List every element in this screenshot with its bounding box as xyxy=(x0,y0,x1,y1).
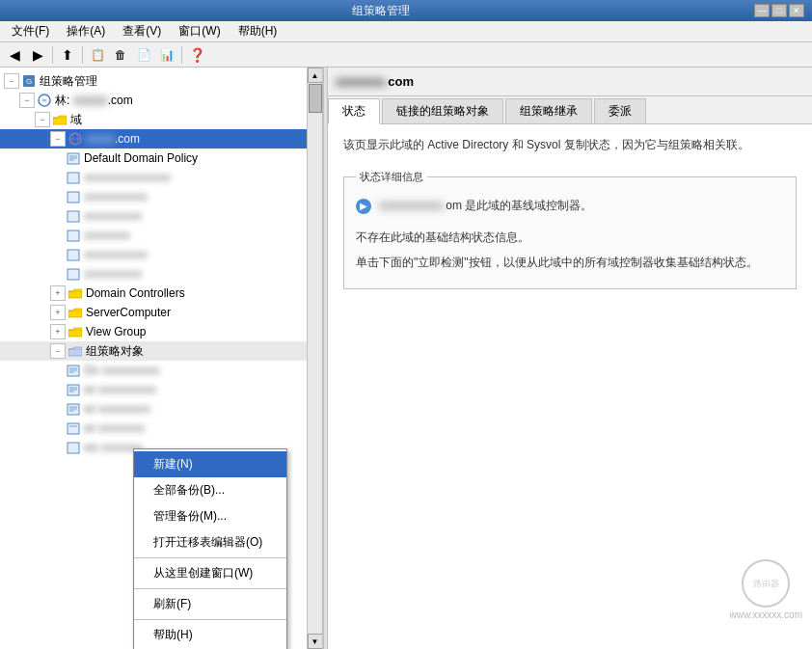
context-menu-item-help[interactable]: 帮助(H) xyxy=(134,622,286,648)
gpo-expander[interactable]: − xyxy=(50,343,66,359)
tree-forest[interactable]: − 林: xxxxxx.com xyxy=(0,91,322,110)
vg-expander[interactable]: + xyxy=(50,324,66,339)
context-menu-item-new-window[interactable]: 从这里创建窗口(W) xyxy=(134,560,286,586)
status-details-section: 状态详细信息 ▶ xxxxxxxxxxx.om 是此域的基线域控制器。 不存在此… xyxy=(343,170,797,289)
tree-server-computer[interactable]: + ServerComputer xyxy=(0,303,322,322)
svg-rect-30 xyxy=(68,443,79,453)
tree-domain-controllers[interactable]: + Domain Controllers xyxy=(0,284,322,303)
help-button[interactable]: ❓ xyxy=(186,45,207,65)
svg-rect-10 xyxy=(68,173,79,183)
b1-icon xyxy=(66,170,81,185)
tree-default-policy[interactable]: Default Domain Policy xyxy=(0,149,322,168)
menu-help[interactable]: 帮助(H) xyxy=(230,21,285,41)
context-menu-item-new[interactable]: 新建(N) xyxy=(134,451,286,477)
toolbar-separator-1 xyxy=(52,46,53,64)
domain-label: 域 xyxy=(70,112,82,128)
gpo-item-2-label: wi xxxxxxxxxx xyxy=(84,383,156,396)
tree-gpo-item-2[interactable]: wi xxxxxxxxxx xyxy=(0,380,322,399)
scroll-up-button[interactable]: ▲ xyxy=(308,68,323,83)
menu-window[interactable]: 窗口(W) xyxy=(171,21,228,41)
hint-text: 单击下面的"立即检测"按钮，以便从此域中的所有域控制器收集基础结构状态。 xyxy=(356,254,784,271)
watermark-url: www.xxxxxx.com xyxy=(729,609,802,620)
menu-view[interactable]: 查看(V) xyxy=(115,21,169,41)
back-button[interactable]: ◀ xyxy=(4,45,25,65)
tab-delegation[interactable]: 委派 xyxy=(594,98,646,123)
blurred-item-6: xxxxxxxxxx xyxy=(84,267,142,281)
tree-gpo-folder[interactable]: − 组策略对象 xyxy=(0,341,322,361)
tree-domain-com[interactable]: − xxxxx.com xyxy=(0,129,322,149)
gpo-item-4-label: wi xxxxxxxx xyxy=(84,421,145,435)
domain-expander[interactable]: − xyxy=(35,112,50,127)
blurred-item-2: xxxxxxxxxxx xyxy=(84,190,148,203)
tree-blurred-3[interactable]: xxxxxxxxxx xyxy=(0,206,322,226)
blurred-item-4: xxxxxxxx xyxy=(84,229,130,242)
menu-action[interactable]: 操作(A) xyxy=(59,21,113,41)
b2-icon xyxy=(66,189,81,204)
copy-button[interactable]: 📋 xyxy=(87,45,108,65)
maximize-button[interactable]: □ xyxy=(771,4,787,17)
tree-scrollbar[interactable]: ▲ ▼ xyxy=(307,68,322,649)
svg-rect-16 xyxy=(68,365,79,376)
com-icon xyxy=(68,131,83,147)
title-bar-text: 组策略管理 xyxy=(8,3,754,19)
menu-file[interactable]: 文件(F) xyxy=(4,21,57,41)
tab-gpo-inheritance[interactable]: 组策略继承 xyxy=(505,98,592,123)
root-expander[interactable]: − xyxy=(4,73,19,89)
gpo-item4-icon xyxy=(66,420,81,436)
svg-rect-28 xyxy=(68,423,79,434)
tree-blurred-5[interactable]: xxxxxxxxxxx xyxy=(0,245,322,264)
tab-linked-gpo[interactable]: 链接的组策略对象 xyxy=(382,98,503,123)
svg-rect-14 xyxy=(68,250,79,260)
scroll-down-button[interactable]: ▼ xyxy=(308,634,323,649)
sc-expander[interactable]: + xyxy=(50,305,66,320)
tree-blurred-1[interactable]: xxxxxxxxxxxxxxx xyxy=(0,168,322,187)
scroll-track xyxy=(308,83,323,634)
forest-label: 林: xxxxxx.com xyxy=(55,93,133,109)
com-expander[interactable]: − xyxy=(50,131,66,147)
blurred-item-3: xxxxxxxxxx xyxy=(84,209,142,223)
context-menu-separator xyxy=(134,557,286,558)
domain-folder-icon xyxy=(52,112,68,127)
properties-button[interactable]: 📄 xyxy=(133,45,154,65)
watermark: 路由器 www.xxxxxx.com xyxy=(729,559,802,620)
up-button[interactable]: ⬆ xyxy=(57,45,78,65)
default-policy-label: Default Domain Policy xyxy=(84,151,198,165)
sc-label: ServerComputer xyxy=(86,306,171,319)
close-button[interactable]: ✕ xyxy=(789,4,804,17)
root-icon: G xyxy=(21,73,37,89)
gpo-folder-icon xyxy=(68,343,83,359)
tree-blurred-2[interactable]: xxxxxxxxxxx xyxy=(0,187,322,206)
tree-blurred-4[interactable]: xxxxxxxx xyxy=(0,226,322,245)
tree-view-group[interactable]: + View Group xyxy=(0,322,322,341)
context-menu-item-backup-all[interactable]: 全部备份(B)... xyxy=(134,477,286,503)
toolbar: ◀ ▶ ⬆ 📋 🗑 📄 📊 ❓ xyxy=(0,42,812,68)
svg-rect-15 xyxy=(68,269,79,280)
svg-rect-24 xyxy=(68,404,79,415)
context-menu-item-manage-backup[interactable]: 管理备份(M)... xyxy=(134,503,286,529)
gpo-item-1-label: De xxxxxxxxxx xyxy=(84,364,160,377)
tree-gpo-item-4[interactable]: wi xxxxxxxx xyxy=(0,419,322,438)
ddp-icon xyxy=(66,150,81,166)
svg-rect-12 xyxy=(68,211,79,222)
tree-blurred-6[interactable]: xxxxxxxxxx xyxy=(0,264,322,284)
tree-gpo-item-3[interactable]: wi xxxxxxxxx xyxy=(0,399,322,419)
context-menu-item-refresh[interactable]: 刷新(F) xyxy=(134,591,286,617)
forest-expander[interactable]: − xyxy=(19,93,35,108)
context-menu-separator-3 xyxy=(134,619,286,620)
blurred-item-5: xxxxxxxxxxx xyxy=(84,248,148,261)
dc-expander[interactable]: + xyxy=(50,285,66,301)
status-play-icon: ▶ xyxy=(356,199,371,214)
delete-button[interactable]: 🗑 xyxy=(110,45,131,65)
forward-button[interactable]: ▶ xyxy=(27,45,48,65)
tree-root[interactable]: − G 组策略管理 xyxy=(0,71,322,91)
tree-gpo-item-1[interactable]: De xxxxxxxxxx xyxy=(0,361,322,380)
tab-status[interactable]: 状态 xyxy=(328,98,380,124)
watermark-text-inner: 路由器 xyxy=(753,578,779,590)
context-menu-item-migration-table[interactable]: 打开迁移表编辑器(O) xyxy=(134,529,286,555)
minimize-button[interactable]: — xyxy=(754,4,770,17)
content-header-blurred: xxxxxxx. xyxy=(336,74,388,89)
title-bar: 组策略管理 — □ ✕ xyxy=(0,0,812,21)
export-button[interactable]: 📊 xyxy=(156,45,177,65)
scroll-thumb[interactable] xyxy=(309,84,322,113)
tree-domain-container[interactable]: − 域 xyxy=(0,110,322,129)
